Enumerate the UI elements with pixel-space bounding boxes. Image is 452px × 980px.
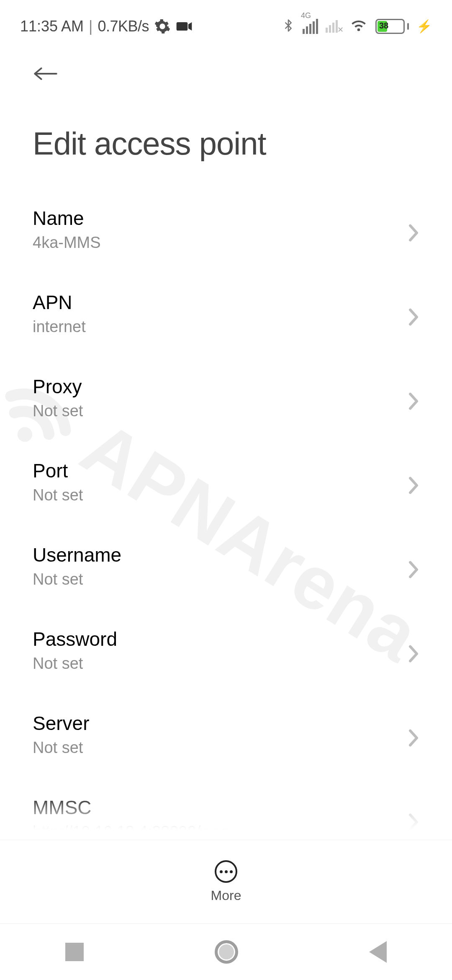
row-label: Name <box>33 207 101 230</box>
row-port[interactable]: Port Not set <box>33 439 419 524</box>
row-label: Port <box>33 459 83 482</box>
nav-home-button[interactable] <box>215 940 238 964</box>
back-button[interactable] <box>33 61 59 87</box>
row-label: Username <box>33 544 121 566</box>
chevron-right-icon <box>408 392 419 404</box>
chevron-right-icon <box>408 308 419 320</box>
row-label: Server <box>33 712 89 735</box>
row-value: Not set <box>33 570 121 588</box>
row-value: Not set <box>33 402 83 420</box>
battery-icon: 38 <box>375 19 409 34</box>
bluetooth-icon <box>282 17 295 36</box>
more-icon <box>215 860 237 883</box>
row-label: APN <box>33 291 86 314</box>
gear-icon <box>154 18 171 35</box>
row-value: Not set <box>33 655 117 673</box>
row-value: Not set <box>33 486 83 504</box>
chevron-right-icon <box>408 729 419 740</box>
scroll-fade <box>0 789 452 840</box>
nav-back-button[interactable] <box>369 941 387 963</box>
row-username[interactable]: Username Not set <box>33 524 419 608</box>
charging-icon: ⚡ <box>416 19 432 34</box>
wifi-icon <box>345 17 368 36</box>
row-apn[interactable]: APN internet <box>33 271 419 355</box>
row-proxy[interactable]: Proxy Not set <box>33 355 419 439</box>
page-title: Edit access point <box>0 88 452 187</box>
more-label: More <box>211 888 241 903</box>
system-navbar <box>0 923 452 980</box>
signal-nosim-icon: ✕ <box>326 20 338 33</box>
chevron-right-icon <box>408 560 419 572</box>
row-value: internet <box>33 318 86 336</box>
row-password[interactable]: Password Not set <box>33 608 419 692</box>
status-bar: 11:35 AM | 0.7KB/s 4G ✕ <box>0 0 452 40</box>
nav-recents-button[interactable] <box>65 943 84 961</box>
status-net-speed: 0.7KB/s <box>98 18 149 35</box>
row-server[interactable]: Server Not set <box>33 692 419 776</box>
row-value: 4ka-MMS <box>33 234 101 252</box>
chevron-right-icon <box>408 476 419 488</box>
row-name[interactable]: Name 4ka-MMS <box>33 187 419 271</box>
chevron-right-icon <box>408 224 419 235</box>
signal-4g-icon: 4G <box>303 19 318 34</box>
camera-icon <box>176 18 193 35</box>
row-label: Password <box>33 628 117 650</box>
chevron-right-icon <box>408 645 419 656</box>
row-label: Proxy <box>33 375 83 398</box>
row-value: Not set <box>33 739 89 757</box>
status-time: 11:35 AM <box>20 18 84 35</box>
more-button[interactable]: More <box>0 840 452 923</box>
